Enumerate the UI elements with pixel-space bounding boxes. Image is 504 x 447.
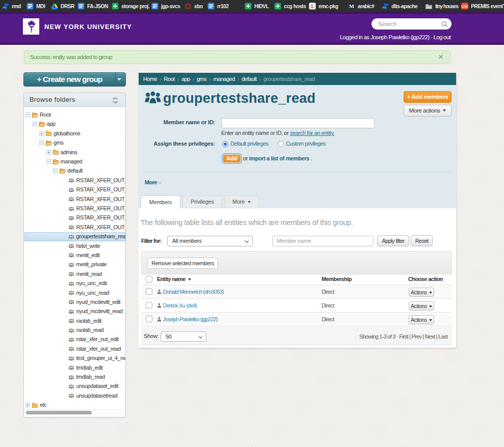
svg-text:M: M: [349, 4, 354, 9]
svg-text:Σ: Σ: [310, 3, 314, 9]
svg-text:LOC: LOC: [461, 4, 468, 9]
